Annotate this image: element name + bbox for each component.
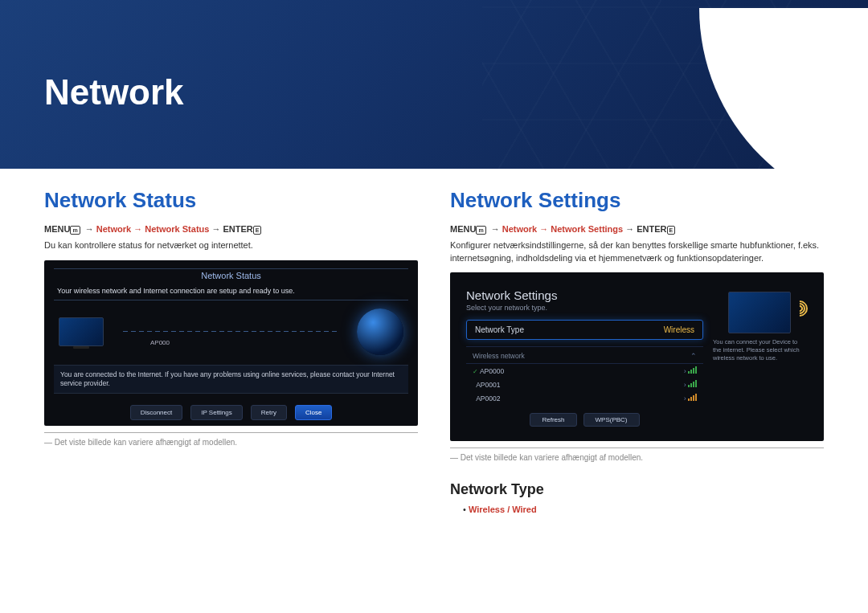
- enter-icon: E: [667, 226, 676, 235]
- options-text: Wireless / Wired: [469, 505, 537, 514]
- globe-icon: [357, 309, 403, 355]
- signal-icon: [688, 394, 697, 401]
- wireless-section-header: Wireless network ⌃: [466, 346, 703, 364]
- screenshot-network-settings: Network Settings Select your network typ…: [450, 272, 824, 441]
- ap-name: AP0002: [476, 394, 500, 403]
- ap-name: AP0001: [476, 381, 500, 389]
- ip-settings-button[interactable]: IP Settings: [190, 405, 243, 420]
- status-note: ― Det viste billede kan variere afhængig…: [44, 432, 418, 447]
- network-type-options: • Wireless / Wired: [463, 505, 824, 514]
- shot-sidebar: You can connect your Device to the inter…: [711, 288, 808, 425]
- heading-network-status: Network Status: [44, 188, 418, 213]
- menu-label: MENU: [44, 224, 70, 234]
- refresh-button[interactable]: Refresh: [530, 413, 576, 427]
- ap-label: AP000: [150, 339, 170, 346]
- shot-buttons: Refresh WPS(PBC): [466, 413, 703, 427]
- menu-icon: m: [476, 226, 485, 235]
- heading-network-settings: Network Settings: [450, 188, 824, 213]
- ap-row[interactable]: AP0002 ›: [466, 391, 703, 405]
- disconnect-button[interactable]: Disconnect: [130, 405, 183, 420]
- menu-crumb: Network → Network Status: [96, 224, 210, 234]
- section-network-status: Network Status MENUm → Network → Network…: [44, 188, 418, 514]
- shot-status-msg: Your wireless network and Internet conne…: [54, 285, 408, 300]
- network-type-label: Network Type: [475, 325, 524, 334]
- chevron-up-icon: ⌃: [690, 352, 697, 360]
- chevron-right-icon: ›: [684, 394, 686, 403]
- signal-icon: [688, 380, 697, 387]
- shot-warning: You are connected to the Internet. If yo…: [54, 365, 408, 394]
- connection-line: [123, 331, 338, 332]
- menu-path-status: MENUm → Network → Network Status → ENTER…: [44, 224, 418, 235]
- section-label: Wireless network: [473, 352, 525, 360]
- heading-network-type: Network Type: [450, 481, 824, 498]
- check-icon: ✓: [473, 368, 478, 375]
- enter-label: ENTER: [223, 224, 253, 234]
- tv-icon: [59, 317, 104, 346]
- chevron-right-icon: ›: [684, 381, 686, 389]
- shot-buttons: Disconnect IP Settings Retry Close: [54, 405, 408, 420]
- screenshot-network-status: Network Status Your wireless network and…: [44, 260, 418, 426]
- network-type-row[interactable]: Network Type Wireless: [466, 320, 703, 340]
- wps-button[interactable]: WPS(PBC): [583, 413, 640, 427]
- shot-diagram: AP000: [54, 300, 408, 365]
- device-thumbnail: [728, 292, 791, 333]
- check-icon: [473, 382, 474, 389]
- shot-title: Network Settings: [466, 288, 703, 302]
- settings-desc: Konfigurer netværksindstillingerne, så d…: [450, 239, 824, 265]
- wifi-icon: [792, 296, 811, 315]
- sidebar-help-text: You can connect your Device to the inter…: [711, 338, 808, 362]
- settings-note: ― Det viste billede kan variere afhængig…: [450, 447, 824, 462]
- enter-icon: E: [253, 226, 262, 235]
- section-network-settings: Network Settings MENUm → Network → Netwo…: [450, 188, 824, 514]
- shot-title: Network Status: [54, 268, 408, 285]
- menu-path-settings: MENUm → Network → Network Settings → ENT…: [450, 224, 824, 235]
- page-content: Network Status MENUm → Network → Network…: [0, 169, 868, 514]
- status-desc: Du kan kontrollere status for netværket …: [44, 239, 418, 252]
- chevron-right-icon: ›: [684, 367, 686, 375]
- check-icon: [473, 395, 474, 403]
- banner-pattern: [482, 0, 820, 169]
- chapter-title: Network: [44, 72, 184, 112]
- menu-icon: m: [70, 226, 80, 235]
- close-button[interactable]: Close: [295, 405, 332, 420]
- shot-subtitle: Select your network type.: [466, 304, 703, 312]
- menu-crumb: Network → Network Settings: [502, 224, 623, 234]
- signal-icon: [688, 366, 697, 374]
- network-type-value: Wireless: [664, 325, 694, 334]
- ap-name: AP0000: [480, 367, 504, 375]
- enter-label: ENTER: [637, 224, 666, 234]
- ap-row[interactable]: ✓ AP0000 ›: [466, 364, 703, 378]
- shot-main: Network Settings Select your network typ…: [466, 288, 703, 425]
- retry-button[interactable]: Retry: [251, 405, 287, 420]
- ap-row[interactable]: AP0001 ›: [466, 378, 703, 391]
- chapter-banner: Network: [0, 0, 868, 169]
- menu-label: MENU: [450, 224, 476, 234]
